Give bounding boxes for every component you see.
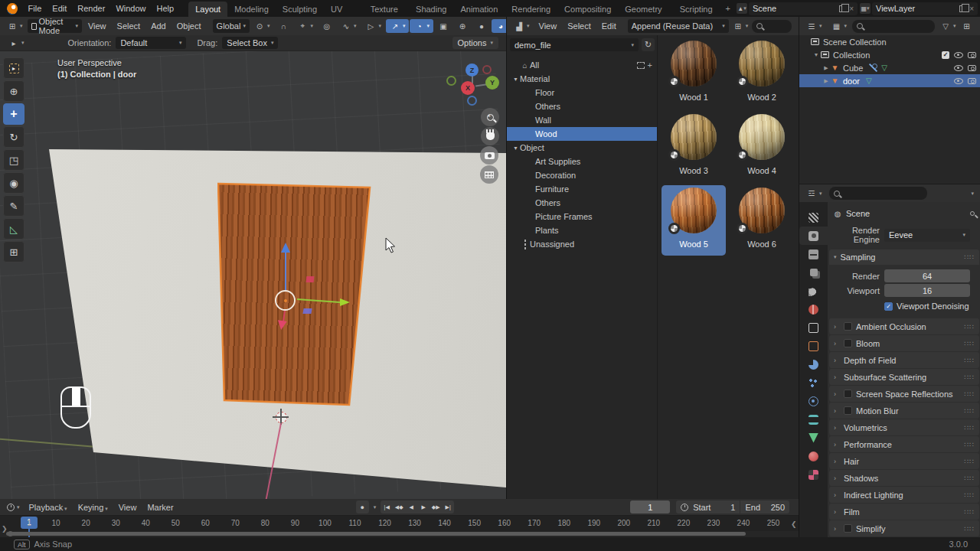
nav-gizmo-z-ball[interactable]: Z (466, 64, 479, 77)
outliner-display-mode-dropdown[interactable]: ▦▾ (828, 19, 851, 33)
tab-shading[interactable]: Shading (409, 2, 453, 17)
properties-tab-render[interactable] (799, 227, 828, 245)
outliner-row-door[interactable]: ▶▼door▽ (799, 74, 980, 87)
panel-checkbox[interactable] (844, 339, 852, 347)
timeline-editor-type-dropdown[interactable]: ▾ (3, 500, 24, 514)
properties-tab-world[interactable] (799, 300, 828, 318)
disable-in-render-icon[interactable] (968, 78, 976, 84)
outliner-expander-icon[interactable]: ▼ (812, 52, 820, 57)
asset-wood-4[interactable]: Wood 4 (730, 112, 794, 182)
panel-indirect-lighting[interactable]: ›Indirect Lighting∷∷ (829, 487, 979, 503)
asset-menu-edit[interactable]: Edit (596, 18, 622, 34)
pan-button[interactable] (481, 127, 499, 145)
active-tool-dropdown[interactable]: ▸▾ (5, 36, 28, 50)
new-view-layer-icon[interactable] (959, 5, 965, 12)
gizmo-y-arrow[interactable] (276, 320, 287, 331)
nav-gizmo-x-ball[interactable]: X (461, 81, 475, 95)
properties-tab-texture[interactable] (799, 465, 828, 484)
outliner-row-scene-collection[interactable]: Scene Collection (799, 35, 980, 48)
outliner-row-collection[interactable]: ▼Collection✓ (799, 48, 980, 61)
timeline-menu-playback[interactable]: Playback ▾ (24, 499, 73, 516)
catalog-expander-icon[interactable]: ▼ (511, 77, 520, 82)
gizmos-toggle[interactable]: ↗▾ (386, 19, 410, 33)
properties-tab-scene[interactable] (799, 282, 828, 300)
panel-screen-space-reflections[interactable]: ›Screen Space Reflections∷∷ (829, 386, 979, 402)
timeline-scrollbar[interactable] (6, 532, 746, 536)
tab-modeling[interactable]: Modeling (227, 2, 276, 17)
editor-type-dropdown[interactable]: ⊞▾ (3, 19, 27, 33)
panel-film[interactable]: ›Film∷∷ (829, 504, 979, 520)
play-reverse-button[interactable]: ◀ (405, 504, 417, 510)
outliner-expander-icon[interactable]: ▶ (822, 65, 830, 71)
proportional-editing-toggle[interactable]: ◎ (318, 19, 336, 33)
overlays-toggle[interactable]: ◔▾ (410, 19, 433, 33)
tab-layout[interactable]: Layout (188, 2, 227, 17)
scene-name-field[interactable]: Scene × (749, 2, 858, 15)
properties-tab-collection[interactable] (799, 318, 828, 337)
tool-select-box[interactable]: ▸ (3, 57, 24, 79)
catalog-unassigned[interactable]: Unassigned (507, 237, 657, 251)
catalog-art-supplies[interactable]: Art Supplies (507, 155, 657, 168)
gizmo-plane-handle-blue[interactable] (302, 308, 312, 314)
properties-tab-view-layer[interactable] (799, 263, 828, 282)
view-layer-name-field[interactable]: ViewLayer × (872, 2, 978, 15)
outliner-row-cube[interactable]: ▶▼Cube▽ (799, 61, 980, 74)
viewport-menu-select[interactable]: Select (112, 18, 146, 34)
tab-compositing[interactable]: Compositing (557, 2, 618, 17)
catalog-decoration[interactable]: Decoration (507, 168, 657, 182)
menu-window[interactable]: Window (110, 0, 151, 17)
snap-target-dropdown[interactable]: ⌖▾ (293, 19, 317, 33)
tool-scale[interactable]: ◳ (3, 149, 24, 171)
timeline-menu-marker[interactable]: Marker (142, 499, 178, 516)
viewport-menu-add[interactable]: Add (145, 18, 172, 34)
viewport-menu-view[interactable]: View (83, 18, 112, 34)
properties-options-dropdown[interactable]: ▾ (971, 191, 974, 197)
nav-gizmo-neg-z-ball[interactable] (467, 96, 477, 106)
tool-transform[interactable]: ◉ (3, 172, 24, 194)
gizmo-x-arrow[interactable] (340, 298, 350, 306)
asset-library-dropdown[interactable]: demo_file ▾ (510, 38, 639, 51)
tool-rotate[interactable]: ↻ (3, 126, 24, 148)
catalog-floor[interactable]: Floor (507, 86, 657, 99)
asset-wood-1[interactable]: Wood 1 (662, 38, 726, 109)
nav-gizmo-neg-x-ball[interactable] (482, 65, 492, 74)
blender-logo-icon[interactable] (7, 3, 18, 15)
next-keyframe-button[interactable]: ◆▶ (430, 504, 442, 510)
asset-editor-type-dropdown[interactable]: ▟▾ (510, 19, 534, 33)
viewport-menu-object[interactable]: Object (172, 18, 207, 34)
properties-tab-output[interactable] (799, 245, 828, 263)
outliner-expander-icon[interactable]: ▶ (822, 78, 830, 84)
collection-checkbox[interactable]: ✓ (942, 51, 949, 59)
panel-checkbox[interactable] (844, 390, 852, 398)
asset-wood-6[interactable]: Wood 6 (730, 185, 794, 256)
view-layer-icon[interactable]: ▦▾ (860, 3, 871, 14)
menu-edit[interactable]: Edit (47, 0, 72, 17)
timeline-menu-view[interactable]: View (113, 499, 142, 516)
disable-in-render-icon[interactable] (968, 65, 976, 71)
perspective-toggle-button[interactable] (480, 165, 498, 184)
pin-icon[interactable] (970, 211, 975, 216)
orientation-dropdown[interactable]: Default▾ (116, 37, 186, 49)
render-engine-dropdown[interactable]: Eevee▾ (884, 229, 970, 242)
prev-keyframe-button[interactable]: ◀◆ (393, 504, 405, 510)
tab-animation[interactable]: Animation (453, 2, 505, 17)
panel-performance[interactable]: ›Performance∷∷ (829, 436, 979, 452)
catalog-others[interactable]: Others (507, 196, 657, 210)
new-scene-icon[interactable] (839, 5, 845, 12)
properties-tab-tool[interactable] (799, 208, 828, 227)
asset-search-input[interactable] (752, 20, 792, 33)
tab-sculpting[interactable]: Sculpting (276, 2, 324, 17)
gizmo-z-axis[interactable] (285, 252, 286, 292)
catalog-material[interactable]: ▼Material (507, 72, 657, 86)
add-catalog-icon[interactable]: + (648, 60, 652, 70)
tab-texture-paint[interactable]: Texture Paint (364, 2, 409, 17)
jump-to-end-button[interactable]: ▶| (442, 504, 454, 510)
new-catalog-icon[interactable] (637, 62, 645, 69)
properties-tab-object-data[interactable] (799, 429, 828, 447)
gizmo-plane-handle-red[interactable] (306, 276, 315, 282)
pivot-point-dropdown[interactable]: ⊙▾ (250, 19, 274, 33)
tab-uv-editing[interactable]: UV Editing (324, 2, 364, 17)
auto-keying-button[interactable]: ● (356, 500, 369, 514)
transform-orientation-dropdown[interactable]: Global▾ (213, 19, 250, 33)
asset-menu-select[interactable]: Select (562, 18, 596, 34)
